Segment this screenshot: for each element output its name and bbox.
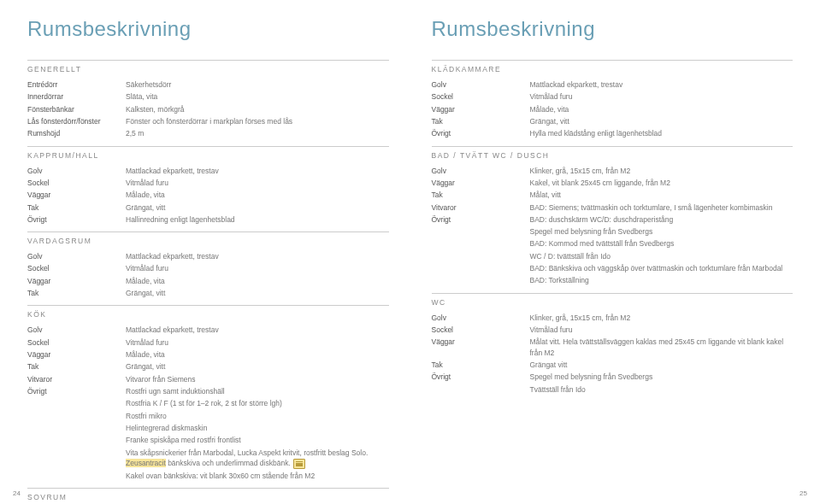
spec-row: ÖvrigtHallinredning enligt lägenhetsblad — [27, 214, 389, 225]
spec-label — [27, 411, 126, 421]
spec-value: Mattlackad ekparkett, trestav — [126, 166, 389, 176]
spec-value: Grängat vitt — [530, 360, 793, 370]
section-heading: KLÄDKAMMARE — [432, 60, 793, 73]
spec-label — [432, 226, 530, 237]
spec-value: Spegel med belysning från Svedbergs — [530, 372, 793, 382]
spec-row: Kakel ovan bänkskiva: vit blank 30x60 cm… — [27, 471, 389, 481]
spec-row: Franke spiskåpa med rostfri frontlist — [27, 435, 389, 445]
spec-value: Säkerhetsdörr — [126, 79, 389, 90]
highlighted-text: Zeusantracit — [126, 459, 166, 467]
spec-label: Övrigt — [27, 386, 126, 396]
spec-row: Helintegrerad diskmaskin — [27, 423, 389, 433]
spec-row: EntrédörrSäkerhetsdörr — [27, 79, 389, 90]
spec-value: Fönster och fönsterdörrar i markplan för… — [126, 116, 389, 126]
page-number-right: 25 — [799, 489, 807, 497]
spec-row: ÖvrigtHylla med klädstång enligt lägenhe… — [432, 128, 793, 138]
section-heading: SOVRUM — [27, 488, 389, 501]
spec-row: Rumshöjd2,5 m — [27, 128, 389, 138]
spec-value: Vitmålad furu — [126, 337, 389, 348]
spec-value: Klinker, grå, 15x15 cm, från M2 — [530, 166, 793, 176]
spec-label: Väggar — [432, 178, 530, 188]
spec-row: WC / D: tvättställ från Ido — [432, 251, 793, 261]
spec-row: BAD: Torkställning — [432, 275, 793, 285]
spec-value: Tvättställ från Ido — [530, 384, 793, 395]
section-heading: BAD / TVÄTT WC / DUSCH — [432, 146, 793, 160]
spec-label: Väggar — [27, 349, 126, 360]
spec-value: Släta, vita — [126, 91, 389, 102]
spec-label: Tak — [27, 288, 126, 298]
spec-value: Rostfri mikro — [126, 411, 389, 421]
spec-label — [432, 251, 530, 261]
spec-row: BAD: Bänkskiva och väggskåp över tvättma… — [432, 263, 793, 273]
spec-row: GolvKlinker, grå, 15x15 cm, från M2 — [432, 166, 793, 176]
spec-label: Sockel — [27, 263, 126, 273]
page-title-left: Rumsbeskrivning — [27, 17, 389, 41]
spec-row: GolvMattlackad ekparkett, trestav — [27, 166, 389, 176]
spec-label: Övrigt — [432, 128, 530, 138]
spec-value: Vitmålad furu — [126, 178, 389, 188]
spec-row: SockelVitmålad furu — [432, 325, 793, 335]
spec-label: Väggar — [432, 104, 530, 114]
spec-label: Golv — [432, 313, 530, 323]
spec-row: ÖvrigtSpegel med belysning från Svedberg… — [432, 372, 793, 382]
spec-label — [27, 398, 126, 408]
spec-label: Golv — [432, 79, 530, 90]
spec-value: Målade, vita — [126, 276, 389, 286]
spec-row: GolvKlinker, grå, 15x15 cm, från M2 — [432, 313, 793, 323]
spec-row: BAD: Kommod med tvättställ från Svedberg… — [432, 238, 793, 249]
spec-label: Tak — [432, 360, 530, 370]
spec-row: GolvMattlackad ekparkett, trestav — [432, 79, 793, 90]
spec-row: Vita skåpsnickerier från Marbodal, Lucka… — [27, 448, 389, 469]
spec-row: TakGrängat vitt — [432, 360, 793, 370]
spec-value: Rostfri ugn samt induktionshäll — [126, 386, 389, 396]
spec-row: GolvMattlackad ekparkett, trestav — [27, 325, 389, 335]
spec-label: Övrigt — [432, 372, 530, 382]
spec-value: Grängat, vitt — [126, 202, 389, 213]
spec-label: Golv — [27, 251, 126, 261]
spec-row: GolvMattlackad ekparkett, trestav — [27, 251, 389, 261]
spec-label: Golv — [27, 166, 126, 176]
spec-row: VäggarKakel, vit blank 25x45 cm liggande… — [432, 178, 793, 188]
spec-row: TakGrängat, vitt — [27, 361, 389, 372]
spec-label — [432, 238, 530, 249]
spec-value: Målade, vita — [126, 349, 389, 360]
spec-value: Kakel, vit blank 25x45 cm liggande, från… — [530, 178, 793, 188]
spec-row: Rostfria K / F (1 st för 1–2 rok, 2 st f… — [27, 398, 389, 408]
spec-value: BAD: Bänkskiva och väggskåp över tvättma… — [530, 263, 793, 273]
spec-row: Spegel med belysning från Svedbergs — [432, 226, 793, 237]
spec-value: Vitvaror från Siemens — [126, 374, 389, 384]
spec-row: SockelVitmålad furu — [432, 91, 793, 102]
spec-label: Rumshöjd — [27, 128, 126, 138]
spec-value: 2,5 m — [126, 128, 389, 138]
spec-label — [432, 275, 530, 285]
page-number-left: 24 — [13, 489, 21, 497]
spec-value: BAD: duschskärm WC/D: duschdraperistång — [530, 214, 793, 225]
spec-label: Sockel — [432, 91, 530, 102]
spec-row: VitvarorBAD: Siemens; tvättmaskin och to… — [432, 202, 793, 213]
spec-value: BAD: Torkställning — [530, 275, 793, 285]
spec-row: VäggarMålade, vita — [27, 276, 389, 286]
spec-value: BAD: Kommod med tvättställ från Svedberg… — [530, 238, 793, 249]
spec-value: Franke spiskåpa med rostfri frontlist — [126, 435, 389, 445]
spec-value: Hallinredning enligt lägenhetsblad — [126, 214, 389, 225]
spec-value: Kakel ovan bänkskiva: vit blank 30x60 cm… — [126, 471, 389, 481]
spec-label: Sockel — [432, 325, 530, 335]
spec-value: Mattlackad ekparkett, trestav — [126, 251, 389, 261]
spec-row: TakMålat, vitt — [432, 190, 793, 200]
spec-label — [432, 263, 530, 273]
spec-value: Mattlackad ekparkett, trestav — [530, 79, 793, 90]
spec-label: Fönsterbänkar — [27, 104, 126, 114]
spec-label: Sockel — [27, 337, 126, 348]
spec-label: Tak — [432, 116, 530, 126]
spec-row: TakGrängat, vitt — [27, 202, 389, 213]
spec-label: Tak — [27, 202, 126, 213]
spec-row: TakGrängat, vitt — [432, 116, 793, 126]
sticky-note-icon[interactable] — [293, 459, 305, 469]
spec-value: Vitmålad furu — [530, 325, 793, 335]
spec-row: SockelVitmålad furu — [27, 178, 389, 188]
spec-row: FönsterbänkarKalksten, mörkgrå — [27, 104, 389, 114]
spec-value: BAD: Siemens; tvättmaskin och torktumlar… — [530, 202, 793, 213]
spec-label: Golv — [432, 166, 530, 176]
spec-label: Väggar — [432, 337, 530, 358]
spec-row: Tvättställ från Ido — [432, 384, 793, 395]
